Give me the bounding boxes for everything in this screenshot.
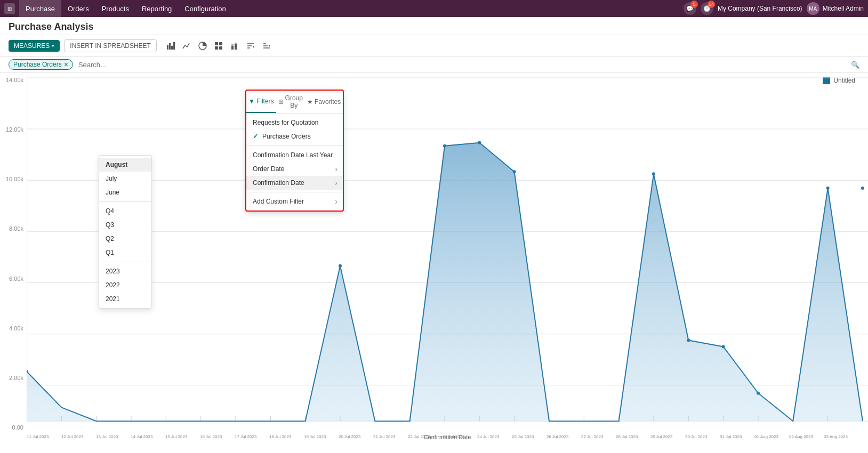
- svg-text:22 Jul 2023: 22 Jul 2023: [408, 434, 430, 439]
- svg-rect-2: [171, 46, 173, 50]
- svg-text:25 Jul 2023: 25 Jul 2023: [512, 434, 534, 439]
- filter-divider-2: [246, 192, 343, 192]
- y-label-2: 10.00k: [6, 176, 23, 182]
- tab-group-by[interactable]: ⊞ Group By: [276, 91, 305, 113]
- nav-configuration[interactable]: Configuration: [178, 0, 232, 17]
- nav-orders[interactable]: Orders: [61, 0, 95, 17]
- group-by-icon: ⊞: [278, 98, 284, 106]
- filters-tab-label: Filters: [256, 98, 274, 105]
- svg-rect-3: [173, 42, 175, 50]
- svg-text:11 Jul 2023: 11 Jul 2023: [27, 434, 49, 439]
- user-menu[interactable]: MA Mitchell Admin: [807, 2, 864, 15]
- svg-rect-10: [231, 44, 234, 46]
- line-chart-icon[interactable]: [179, 38, 194, 53]
- search-input[interactable]: [76, 60, 848, 70]
- nav-purchase[interactable]: Purchase: [19, 0, 61, 17]
- submenu-divider-2: [99, 262, 151, 262]
- activities-badge: 14: [708, 1, 715, 8]
- svg-text:21 Jul 2023: 21 Jul 2023: [373, 434, 396, 439]
- submenu-q2[interactable]: Q2: [99, 232, 151, 246]
- app-logo[interactable]: ⊞: [4, 3, 15, 14]
- filter-order-date[interactable]: Order Date: [246, 162, 343, 176]
- filter-ac-label: Add Custom Filter: [253, 198, 304, 205]
- filter-divider-1: [246, 145, 343, 146]
- filter-purchase-orders[interactable]: Purchase Orders: [246, 130, 343, 143]
- y-axis: 14.00k 12.00k 10.00k 8.00k 6.00k 4.00k 2…: [0, 72, 27, 435]
- sort-desc-icon[interactable]: [259, 38, 274, 53]
- user-name: Mitchell Admin: [823, 5, 864, 12]
- main-nav: Purchase Orders Products Reporting Confi…: [19, 0, 232, 17]
- search-tag-label: Purchase Orders: [13, 61, 62, 68]
- svg-text:28 Jul 2023: 28 Jul 2023: [616, 434, 638, 439]
- stacked-bar-icon[interactable]: [227, 38, 242, 53]
- svg-rect-0: [167, 45, 168, 50]
- toolbar: MEASURES ▾ INSERT IN SPREADSHEET: [0, 35, 868, 57]
- svg-text:20 Jul 2023: 20 Jul 2023: [339, 434, 361, 439]
- filter-panel: ▼ Filters ⊞ Group By ★ Favorites Request…: [245, 90, 344, 212]
- confirmation-date-submenu: August July June Q4 Q3 Q2 Q1 2023 2022 2…: [99, 155, 152, 309]
- y-label-5: 4.00k: [9, 325, 23, 331]
- filter-cd-label: Confirmation Date: [253, 179, 304, 187]
- activities-button[interactable]: 🕐 14: [701, 2, 713, 15]
- svg-text:30 Jul 2023: 30 Jul 2023: [685, 434, 708, 439]
- svg-rect-1: [169, 43, 171, 50]
- submenu-divider-1: [99, 201, 151, 202]
- submenu-q3[interactable]: Q3: [99, 218, 151, 232]
- measures-button[interactable]: MEASURES ▾: [9, 40, 60, 52]
- svg-text:15 Jul 2023: 15 Jul 2023: [165, 434, 188, 439]
- filter-items: Requests for Quotation Purchase Orders C…: [246, 114, 343, 211]
- search-tag-purchase-orders[interactable]: Purchase Orders ×: [9, 59, 73, 70]
- submenu-august[interactable]: August: [99, 158, 151, 172]
- svg-rect-9: [231, 46, 234, 50]
- topbar-right: 💬 5 🕐 14 My Company (San Francisco) MA M…: [684, 2, 864, 15]
- y-label-6: 2.00k: [9, 375, 23, 381]
- nav-reporting[interactable]: Reporting: [135, 0, 178, 17]
- submenu-2021[interactable]: 2021: [99, 292, 151, 306]
- tab-favorites[interactable]: ★ Favorites: [305, 91, 343, 113]
- main-content: Untitled 14.00k 12.00k 10.00k 8.00k 6.00…: [0, 72, 868, 448]
- svg-rect-12: [235, 43, 237, 44]
- svg-text:18 Jul 2023: 18 Jul 2023: [269, 434, 292, 439]
- filter-requests-quotation[interactable]: Requests for Quotation: [246, 116, 343, 130]
- filter-tabs: ▼ Filters ⊞ Group By ★ Favorites: [246, 91, 343, 114]
- search-icon[interactable]: 🔍: [851, 61, 859, 69]
- pie-chart-icon[interactable]: [195, 38, 210, 53]
- filter-add-custom[interactable]: Add Custom Filter: [246, 195, 343, 208]
- svg-rect-11: [235, 44, 237, 50]
- svg-text:02 Aug 2023: 02 Aug 2023: [789, 434, 813, 439]
- svg-text:24 Jul 2023: 24 Jul 2023: [477, 434, 500, 439]
- sort-asc-icon[interactable]: [243, 38, 258, 53]
- svg-point-56: [478, 141, 481, 144]
- svg-point-61: [757, 392, 760, 395]
- insert-spreadsheet-button[interactable]: INSERT IN SPREADSHEET: [64, 39, 157, 52]
- filter-od-label: Order Date: [253, 165, 284, 173]
- search-tag-remove[interactable]: ×: [64, 61, 68, 68]
- svg-point-54: [339, 264, 342, 268]
- messages-button[interactable]: 💬 5: [684, 2, 696, 15]
- pivot-icon[interactable]: [211, 38, 226, 53]
- favorites-icon: ★: [307, 98, 313, 106]
- filter-po-label: Purchase Orders: [262, 133, 311, 140]
- chart-svg-area: [27, 72, 868, 432]
- svg-rect-6: [219, 42, 222, 45]
- filter-cdly-label: Confirmation Date Last Year: [253, 151, 333, 159]
- search-area: Purchase Orders × 🔍: [0, 57, 868, 72]
- submenu-june[interactable]: June: [99, 185, 151, 199]
- submenu-2023[interactable]: 2023: [99, 264, 151, 278]
- svg-text:29 Jul 2023: 29 Jul 2023: [650, 434, 673, 439]
- y-label-1: 12.00k: [6, 126, 23, 133]
- svg-point-58: [652, 172, 655, 175]
- tab-filters[interactable]: ▼ Filters: [246, 91, 276, 113]
- company-name[interactable]: My Company (San Francisco): [718, 5, 802, 12]
- nav-products[interactable]: Products: [95, 0, 135, 17]
- svg-text:26 Jul 2023: 26 Jul 2023: [546, 434, 569, 439]
- bar-chart-icon[interactable]: [163, 38, 178, 53]
- svg-point-57: [513, 170, 516, 173]
- filter-confirmation-date[interactable]: Confirmation Date: [246, 176, 343, 190]
- y-label-4: 6.00k: [9, 276, 23, 282]
- filter-confirmation-date-last-year[interactable]: Confirmation Date Last Year: [246, 148, 343, 162]
- submenu-july[interactable]: July: [99, 172, 151, 185]
- submenu-2022[interactable]: 2022: [99, 278, 151, 292]
- submenu-q4[interactable]: Q4: [99, 204, 151, 218]
- submenu-q1[interactable]: Q1: [99, 246, 151, 260]
